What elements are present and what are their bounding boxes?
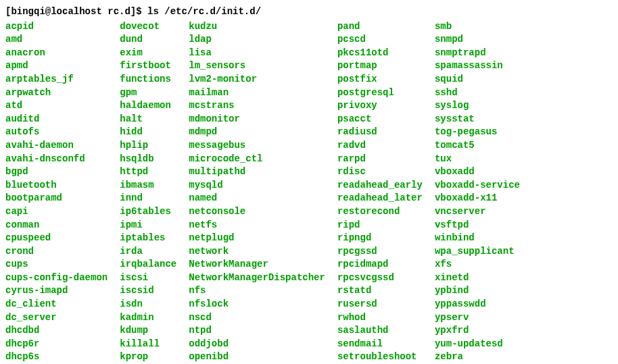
file-entry: gpm	[120, 86, 176, 100]
file-entry: mysqld	[189, 179, 325, 192]
file-entry: syslog	[435, 99, 520, 113]
file-entry: readahead_early	[337, 179, 423, 192]
file-entry: conman	[5, 219, 108, 232]
file-entry: rarpd	[337, 153, 423, 166]
file-entry: httpd	[120, 165, 176, 179]
file-entry: bluetooth	[5, 179, 108, 192]
file-entry: ibmasm	[120, 179, 176, 192]
file-entry: vncserver	[435, 205, 520, 219]
file-entry: bgpd	[5, 165, 108, 179]
file-entry: vboxadd	[435, 165, 520, 179]
file-entry: rstatd	[337, 284, 423, 298]
file-entry: dhcdbd	[5, 324, 108, 338]
file-entry: dc_server	[5, 311, 108, 325]
file-entry: halt	[120, 113, 176, 126]
file-entry: network	[189, 245, 325, 259]
file-entry: winbind	[435, 232, 520, 245]
file-entry: nfslock	[189, 298, 325, 311]
file-column: acpidamdanacronapmdarptables_jfarpwatcha…	[5, 20, 108, 364]
file-entry: lm_sensors	[189, 59, 325, 73]
file-entry: snmpd	[435, 33, 520, 47]
file-entry: dund	[120, 33, 176, 47]
file-entry: kudzu	[189, 20, 325, 34]
file-entry: arpwatch	[5, 86, 108, 100]
file-entry: pkcs11otd	[337, 47, 423, 60]
file-entry: sendmail	[337, 338, 423, 351]
file-entry: radiusd	[337, 126, 423, 139]
file-entry: nscd	[189, 311, 325, 325]
file-entry: innd	[120, 192, 176, 205]
file-entry: radvd	[337, 139, 423, 153]
file-entry: cyrus-imapd	[5, 284, 108, 298]
terminal-prompt: [bingqi@localhost rc.d]$ ls /etc/rc.d/in…	[5, 5, 613, 19]
file-entry: kadmin	[120, 311, 176, 325]
file-entry: mdmonitor	[189, 113, 325, 126]
file-entry: vboxadd-service	[435, 179, 520, 192]
prompt-user-host: [bingqi@localhost rc.d]$	[5, 6, 142, 17]
file-entry: autofs	[5, 126, 108, 139]
file-entry: messagebus	[189, 139, 325, 153]
file-entry: firstboot	[120, 59, 176, 73]
file-entry: lisa	[189, 47, 325, 60]
file-entry: iscsid	[120, 284, 176, 298]
file-entry: vsftpd	[435, 219, 520, 232]
file-entry: wpa_supplicant	[435, 245, 520, 259]
file-entry: dc_client	[5, 298, 108, 311]
file-entry: netplugd	[189, 232, 325, 245]
file-entry: rpcgssd	[337, 245, 423, 259]
file-entry: openibd	[189, 350, 325, 364]
file-listing: acpidamdanacronapmdarptables_jfarpwatcha…	[5, 20, 613, 364]
file-entry: acpid	[5, 20, 108, 34]
file-entry: psacct	[337, 113, 423, 126]
file-entry: snmptrapd	[435, 47, 520, 60]
file-entry: kdump	[120, 324, 176, 338]
file-entry: NetworkManagerDispatcher	[189, 271, 325, 285]
file-entry: oddjobd	[189, 338, 325, 351]
file-entry: ip6tables	[120, 205, 176, 219]
file-entry: zebra	[435, 350, 520, 364]
file-entry: atd	[5, 99, 108, 113]
file-entry: ypxfrd	[435, 324, 520, 338]
file-entry: hidd	[120, 126, 176, 139]
file-entry: auditd	[5, 113, 108, 126]
file-entry: apmd	[5, 59, 108, 73]
file-entry: readahead_later	[337, 192, 423, 205]
file-column: dovecotdundeximfirstbootfunctionsgpmhald…	[120, 20, 176, 364]
file-entry: amd	[5, 33, 108, 47]
prompt-command: ls /etc/rc.d/init.d/	[147, 6, 261, 17]
file-entry: anacron	[5, 47, 108, 60]
file-entry: microcode_ctl	[189, 153, 325, 166]
file-entry: mailman	[189, 86, 325, 100]
file-entry: ldap	[189, 33, 325, 47]
file-entry: avahi-daemon	[5, 139, 108, 153]
file-entry: rdisc	[337, 165, 423, 179]
file-entry: rpcidmapd	[337, 258, 423, 271]
file-entry: hplip	[120, 139, 176, 153]
file-entry: ipmi	[120, 219, 176, 232]
file-entry: mcstrans	[189, 99, 325, 113]
file-entry: restorecond	[337, 205, 423, 219]
file-column: smbsnmpdsnmptrapdspamassassinsquidsshdsy…	[435, 20, 520, 364]
file-column: kudzuldaplisalm_sensorslvm2-monitormailm…	[189, 20, 325, 364]
file-entry: spamassassin	[435, 59, 520, 73]
file-entry: avahi-dnsconfd	[5, 153, 108, 166]
file-entry: hsqldb	[120, 153, 176, 166]
file-entry: setroubleshoot	[337, 350, 423, 364]
file-entry: postgresql	[337, 86, 423, 100]
file-entry: sshd	[435, 86, 520, 100]
file-entry: irqbalance	[120, 258, 176, 271]
file-entry: xfs	[435, 258, 520, 271]
file-entry: iscsi	[120, 271, 176, 285]
file-entry: ripngd	[337, 232, 423, 245]
file-entry: cups-config-daemon	[5, 271, 108, 285]
file-entry: saslauthd	[337, 324, 423, 338]
file-entry: haldaemon	[120, 99, 176, 113]
file-entry: ripd	[337, 219, 423, 232]
file-entry: crond	[5, 245, 108, 259]
file-entry: rpcsvcgssd	[337, 271, 423, 285]
file-entry: privoxy	[337, 99, 423, 113]
file-entry: bootparamd	[5, 192, 108, 205]
file-entry: capi	[5, 205, 108, 219]
file-entry: smb	[435, 20, 520, 34]
file-entry: xinetd	[435, 271, 520, 285]
